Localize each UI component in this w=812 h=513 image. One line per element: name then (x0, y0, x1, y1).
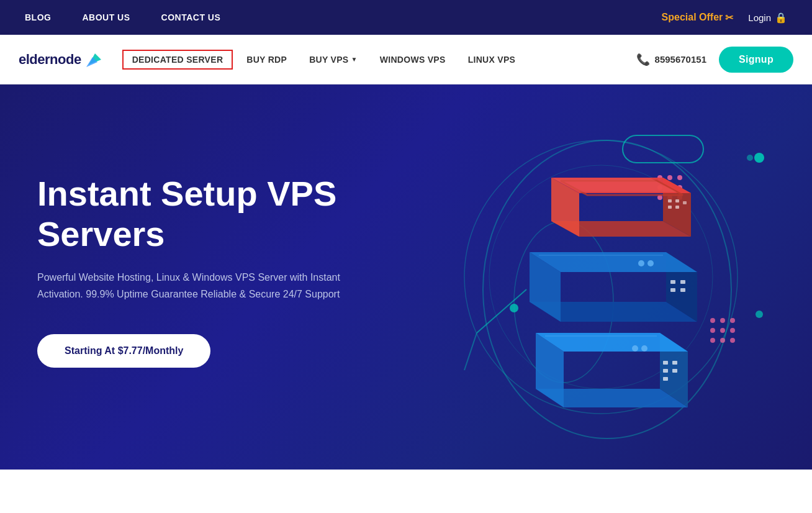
svg-rect-39 (680, 280, 685, 284)
svg-rect-49 (675, 199, 679, 202)
svg-rect-25 (663, 361, 668, 365)
svg-point-55 (756, 311, 763, 318)
svg-rect-47 (668, 199, 672, 202)
svg-point-11 (677, 175, 682, 180)
buy-vps-dropdown-arrow: ▼ (351, 56, 357, 63)
special-offer-label: Special Offer (662, 12, 723, 23)
phone-number[interactable]: 📞 8595670151 (636, 53, 706, 66)
svg-point-59 (710, 328, 715, 333)
hero-subtitle: Powerful Website Hosting, Linux & Window… (37, 269, 360, 302)
svg-point-7 (754, 153, 764, 163)
svg-point-54 (510, 304, 518, 312)
svg-rect-27 (663, 377, 668, 381)
server-illustration (415, 97, 787, 457)
special-offer-link[interactable]: Special Offer ✂ (662, 12, 734, 24)
hero-title: Instant Setup VPS Servers (37, 174, 385, 254)
login-link[interactable]: Login 🔒 (748, 12, 787, 24)
buy-vps-nav[interactable]: BUY VPS ▼ (300, 50, 366, 70)
main-nav: eldernode DEDICATED SERVER BUY RDP BUY V… (0, 35, 812, 84)
svg-point-61 (730, 328, 735, 333)
hero-section: Instant Setup VPS Servers Powerful Websi… (0, 84, 812, 470)
linux-vps-nav[interactable]: LINUX VPS (459, 50, 525, 70)
svg-point-8 (747, 155, 753, 161)
logo[interactable]: eldernode (19, 51, 104, 68)
svg-rect-38 (670, 288, 675, 292)
svg-line-53 (464, 333, 477, 370)
svg-point-24 (632, 345, 638, 352)
svg-rect-51 (683, 201, 687, 204)
about-us-link[interactable]: ABOUT US (82, 12, 130, 22)
svg-rect-26 (663, 369, 668, 373)
svg-point-36 (638, 260, 644, 266)
logo-icon (84, 51, 104, 68)
svg-point-58 (730, 318, 735, 323)
top-bar-right: Special Offer ✂ Login 🔒 (662, 12, 787, 24)
svg-point-57 (720, 318, 725, 323)
contact-us-link[interactable]: CONTACT US (161, 12, 221, 22)
svg-point-60 (720, 328, 725, 333)
svg-point-35 (647, 260, 654, 266)
hero-illustration (390, 84, 812, 470)
svg-point-63 (720, 338, 725, 343)
logo-text-elder: elder (19, 52, 50, 67)
blog-link[interactable]: BLOG (25, 12, 51, 22)
windows-vps-nav[interactable]: WINDOWS VPS (371, 50, 454, 70)
svg-rect-48 (668, 206, 672, 209)
svg-rect-29 (672, 369, 677, 373)
special-offer-icon: ✂ (725, 12, 733, 24)
dedicated-server-nav[interactable]: DEDICATED SERVER (122, 50, 233, 70)
top-bar-left-links: BLOG ABOUT US CONTACT US (25, 12, 220, 22)
lock-icon: 🔒 (775, 12, 787, 24)
logo-text-node: node (50, 52, 81, 67)
svg-point-23 (641, 345, 647, 352)
nav-right: 📞 8595670151 Signup (636, 47, 793, 73)
svg-point-10 (667, 175, 672, 180)
hero-cta-button[interactable]: Starting At $7.77/Monthly (37, 334, 210, 368)
svg-rect-50 (675, 206, 679, 209)
svg-point-64 (730, 338, 735, 343)
svg-point-56 (710, 318, 715, 323)
phone-icon: 📞 (636, 53, 650, 66)
buy-rdp-nav[interactable]: BUY RDP (238, 50, 295, 70)
nav-items: DEDICATED SERVER BUY RDP BUY VPS ▼ WINDO… (122, 50, 636, 70)
hero-content: Instant Setup VPS Servers Powerful Websi… (37, 174, 385, 367)
signup-button[interactable]: Signup (719, 47, 793, 73)
login-label: Login (748, 12, 771, 23)
svg-point-62 (710, 338, 715, 343)
svg-rect-6 (623, 135, 703, 163)
svg-rect-40 (680, 288, 685, 292)
svg-rect-28 (672, 361, 677, 365)
svg-rect-37 (670, 280, 675, 284)
top-bar: BLOG ABOUT US CONTACT US Special Offer ✂… (0, 0, 812, 35)
